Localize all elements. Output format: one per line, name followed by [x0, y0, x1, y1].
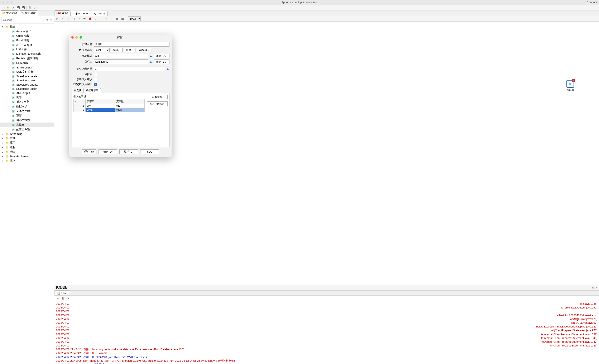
tree-folder[interactable]: ▶📁查询: [0, 159, 54, 163]
commit-input[interactable]: [94, 67, 165, 71]
ok-button[interactable]: 确定 (O): [98, 150, 117, 154]
zoom-select[interactable]: 100%: [128, 17, 141, 21]
expand-all-icon[interactable]: ⟱: [46, 18, 49, 21]
impact-icon[interactable]: ⚡: [104, 17, 108, 21]
close-icon[interactable]: ⊠: [103, 12, 106, 15]
sql-button[interactable]: SQL: [140, 150, 159, 154]
dialog-close-icon[interactable]: [71, 36, 74, 39]
scroll-lock-icon[interactable]: ⊖: [56, 296, 60, 300]
tree-item[interactable]: ▣SQL 文件输出: [0, 70, 54, 74]
variable-icon[interactable]: ◆: [149, 60, 153, 63]
sql-icon[interactable]: ≡: [110, 17, 114, 21]
wizard-button[interactable]: Wizard...: [137, 48, 151, 52]
tree-folder[interactable]: ▶📁转换: [0, 136, 54, 141]
minimize-dot[interactable]: [6, 1, 9, 4]
tree-item[interactable]: ▣删除: [0, 95, 54, 99]
db-explore-icon[interactable]: 🗃: [115, 17, 119, 21]
tab-main[interactable]: 主选项: [71, 88, 84, 93]
variable-icon[interactable]: ◆: [149, 54, 153, 58]
new-file-icon[interactable]: 📄: [1, 6, 5, 9]
tree-item[interactable]: ▣Excel 输出: [0, 38, 54, 43]
show-results-icon[interactable]: ▦: [121, 17, 124, 21]
close-dot[interactable]: [2, 1, 5, 4]
tree-item[interactable]: ▣LDAP 输出: [0, 47, 54, 52]
replay-icon[interactable]: ↻: [94, 17, 97, 21]
clear-log-icon[interactable]: 🗑: [61, 296, 65, 300]
schema-input[interactable]: [94, 54, 148, 58]
zoom-dot[interactable]: [10, 1, 13, 4]
tab-core-objects[interactable]: 🔧 核心对象: [19, 10, 38, 16]
open-file-icon[interactable]: 📂: [6, 6, 10, 9]
tree-item[interactable]: ▣插入 / 更新: [0, 99, 54, 104]
db-conn-select[interactable]: local: [94, 48, 110, 52]
get-fields-button[interactable]: 获取字段: [147, 95, 167, 99]
run-icon[interactable]: ▷: [55, 17, 59, 21]
collapse-all-icon[interactable]: ⟰: [50, 18, 53, 21]
edit-button[interactable]: 编辑...: [111, 48, 123, 52]
log-area[interactable]: 2023/04/02ase.java:1335)2023/04/02ToTabl…: [54, 301, 599, 364]
tree-folder[interactable]: ▶📁脚本: [0, 150, 54, 154]
new-button[interactable]: 新建...: [124, 48, 135, 52]
verify-icon[interactable]: ✓: [99, 17, 103, 21]
tree-group-output[interactable]: ▼ 📁 输出: [0, 24, 54, 29]
tree-item[interactable]: ▣JSON output: [0, 43, 54, 47]
tree-folder[interactable]: ▶📁Streaming: [0, 132, 54, 136]
help-button[interactable]: ?Help: [82, 150, 97, 154]
tab-welcome[interactable]: PE 欢迎!: [54, 10, 70, 16]
tree-item[interactable]: ▣自动文档输出: [0, 118, 54, 123]
popout-icon[interactable]: ⧉: [592, 286, 594, 289]
tree-folder[interactable]: ▶📁Pentaho Server: [0, 154, 54, 159]
cancel-button[interactable]: 取消 (C): [119, 150, 138, 154]
close-panel-icon[interactable]: ✕: [595, 286, 597, 289]
tree-item[interactable]: ▣Salesforce update: [0, 82, 54, 87]
browse-schema-button[interactable]: 浏览 (B)...: [154, 54, 169, 58]
save-as-icon[interactable]: 💾: [21, 6, 25, 9]
pause-icon[interactable]: ⏸: [66, 17, 70, 21]
open-arrow-icon[interactable]: ↗: [11, 6, 15, 9]
log-settings-icon[interactable]: ⚙: [66, 296, 70, 300]
tree-item[interactable]: ▣更新: [0, 113, 54, 118]
tree-item[interactable]: ▣Access 输出: [0, 29, 54, 34]
step-node[interactable]: ▤ − 表输出: [566, 80, 574, 92]
heart-icon[interactable]: ♡: [33, 6, 36, 9]
tree-item[interactable]: ▣Salesforce delete: [0, 74, 54, 78]
tree-item[interactable]: ▣XML output: [0, 91, 54, 95]
tab-transformation[interactable]: ⇄ json_input_array_test ⊠: [70, 11, 108, 16]
specify-fields-checkbox[interactable]: ✓: [94, 83, 97, 86]
dialog-zoom-icon[interactable]: [79, 36, 82, 39]
search-input[interactable]: [1, 17, 40, 22]
table-row[interactable]: 1citycity: [74, 104, 145, 108]
truncate-checkbox[interactable]: [94, 73, 97, 76]
debug-icon[interactable]: 🐞: [88, 17, 92, 21]
tree-item[interactable]: ▣S3 file output: [0, 65, 54, 70]
browse-table-button[interactable]: 浏览 (B)...: [154, 60, 169, 64]
preview-icon[interactable]: 👁: [83, 17, 86, 21]
tab-log[interactable]: 📋 日志: [54, 291, 69, 295]
tree-item[interactable]: ▣数据同步: [0, 104, 54, 109]
tree-item[interactable]: ▣Pentaho 报表输出: [0, 56, 54, 61]
tree-item[interactable]: ▣表输出: [0, 123, 54, 127]
tree-item[interactable]: ▣Microsoft Excel 输出: [0, 52, 54, 56]
tree-item[interactable]: ▣RSS 输出: [0, 61, 54, 65]
input-mapping-button[interactable]: 输入字段映射: [147, 101, 167, 106]
stop-dropdown-icon[interactable]: ▾: [77, 17, 81, 21]
step-name-input[interactable]: [94, 42, 169, 46]
variable-icon[interactable]: ◆: [166, 67, 169, 71]
run-dropdown-icon[interactable]: ▾: [61, 17, 65, 21]
stop-icon[interactable]: ◻: [72, 17, 76, 21]
tree-item[interactable]: ▣配置文件输出: [0, 127, 54, 132]
tree-item[interactable]: ▣Salesforce upsert: [0, 87, 54, 91]
tab-object-tree[interactable]: 📂 主对象树: [0, 10, 19, 16]
tree-folder[interactable]: ▶📁流程: [0, 145, 54, 150]
table-input[interactable]: [94, 60, 148, 64]
tree-item[interactable]: ▣Cube 输出: [0, 34, 54, 38]
tree-item[interactable]: ▣Salesforce insert: [0, 78, 54, 82]
ignore-err-checkbox[interactable]: [94, 78, 97, 81]
canvas[interactable]: ▤ − 表输出 表输出 步骤名称: [54, 22, 599, 285]
clear-icon[interactable]: ✕: [42, 18, 44, 21]
tree-item[interactable]: ▣文本文件输出: [0, 109, 54, 113]
save-icon[interactable]: 💾: [16, 6, 20, 9]
tab-db-fields[interactable]: 数据库字段: [84, 88, 101, 93]
database-icon[interactable]: 🗄: [28, 6, 32, 9]
tree-folder[interactable]: ▶📁应用: [0, 141, 54, 145]
